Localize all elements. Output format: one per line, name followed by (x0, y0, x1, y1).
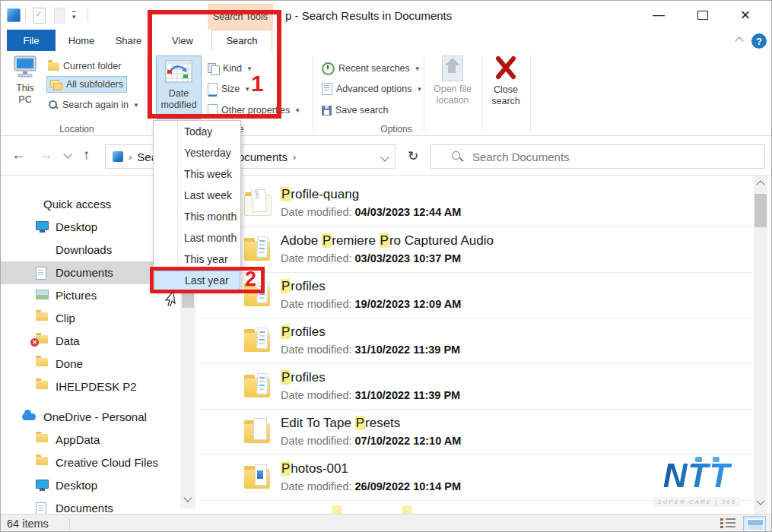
advanced-options-button[interactable]: Advanced options ▼ (322, 81, 422, 97)
file-date: Date modified: 07/10/2022 12:10 AM (281, 435, 461, 447)
search-highlight: P (281, 279, 291, 293)
sidebar-item-ihelpdesk-p2[interactable]: IHELPDESK P2 (1, 375, 180, 398)
sidebar-item-creative-cloud-files[interactable]: Creative Cloud Files (1, 451, 180, 474)
date-value: 19/02/2023 12:09 AM (355, 298, 462, 310)
sidebar-item-label: Documents (56, 502, 113, 515)
doc-icon (36, 267, 46, 280)
tab-file[interactable]: File (7, 30, 56, 51)
file-date: Date modified: 04/03/2023 12:44 AM (281, 206, 461, 218)
this-pc-button[interactable]: This PC (8, 55, 42, 121)
photo-variant-icon (255, 464, 267, 486)
scrollbar-thumb[interactable] (755, 194, 767, 227)
sidebar-item-data[interactable]: ✕Data (1, 330, 180, 353)
file-list-scrollbar[interactable] (754, 176, 767, 514)
maximize-button[interactable] (688, 5, 717, 25)
menu-item-last-week[interactable]: Last week (154, 185, 240, 207)
sidebar-item-clip[interactable]: Clip (1, 307, 180, 330)
folder-icon (36, 381, 48, 389)
folder-icon (244, 417, 272, 446)
folder-icon (36, 457, 48, 465)
thumbnail-view-icon[interactable] (743, 516, 766, 532)
tab-share[interactable]: Share (106, 30, 151, 51)
file-variant-icon (256, 373, 268, 395)
file-row[interactable]: Adobe Premiere Pro Captured AudioDate mo… (200, 226, 752, 273)
date-value: 26/09/2022 10:14 PM (355, 480, 461, 492)
folder-icon (48, 62, 59, 71)
menu-item-last-month[interactable]: Last month (154, 228, 240, 249)
sidebar-item-onedrive-personal[interactable]: OneDrive - Personal (1, 406, 180, 429)
new-folder-icon[interactable] (54, 8, 65, 24)
search-input[interactable]: Search Documents (430, 144, 765, 169)
main-area: Quick accessDesktopDownloadsDocumentsPic… (1, 176, 771, 514)
scrollbar-thumb[interactable] (182, 293, 194, 308)
ribbon: This PC Current folder All subfolders Se… (1, 51, 771, 136)
advanced-options-label: Advanced options (336, 84, 411, 94)
sidebar-item-label: Desktop (56, 220, 97, 233)
search-highlight: P (281, 325, 291, 339)
sidebar-item-label: Done (56, 357, 83, 370)
dropdown-arrow-icon: ▼ (133, 102, 139, 109)
customize-quick-access-icon[interactable]: ▾ (72, 11, 76, 21)
properties-icon[interactable] (33, 8, 46, 24)
file-name: Adobe Premiere Pro Captured Audio (281, 233, 494, 249)
file-date: Date modified: 31/10/2022 11:39 PM (281, 389, 460, 401)
sidebar-item-label: Desktop (56, 479, 97, 492)
cloud-icon (22, 413, 36, 420)
scroll-up-icon[interactable] (756, 180, 764, 188)
menu-item-this-week[interactable]: This week (154, 164, 240, 185)
sidebar-item-appdata[interactable]: AppData (1, 429, 180, 451)
forward-icon: → (39, 147, 53, 163)
close-button[interactable]: × (731, 5, 760, 25)
date-value: 04/03/2023 12:44 AM (355, 206, 462, 218)
sidebar-item-done[interactable]: Done (1, 353, 180, 375)
details-view-icon[interactable] (720, 518, 737, 530)
back-icon[interactable]: ← (11, 147, 26, 163)
open-file-location-label: Open file location (427, 84, 478, 106)
search-placeholder: Search Documents (472, 150, 570, 163)
date-prefix: Date modified: (281, 252, 355, 264)
menu-item-yesterday[interactable]: Yesterday (154, 143, 240, 164)
breadcrumb-bar[interactable]: › Search Results in Documents › (105, 144, 396, 169)
sidebar-item-label: Pictures (56, 289, 97, 302)
chevron-right-icon[interactable]: › (293, 151, 296, 163)
tab-home[interactable]: Home (59, 30, 104, 51)
collapse-ribbon-icon[interactable] (733, 34, 745, 46)
file-row[interactable]: ProfilesDate modified: 31/10/2022 11:39 … (200, 318, 752, 364)
sidebar-item-label: Downloads (56, 243, 112, 256)
scroll-down-icon[interactable] (185, 495, 191, 501)
items-count: 64 items (7, 518, 49, 530)
refresh-icon[interactable]: ↻ (402, 146, 424, 167)
recent-searches-icon (322, 62, 335, 75)
save-search-button[interactable]: Save search (322, 103, 388, 118)
file-row[interactable]: ProfilesDate modified: 19/02/2023 12:09 … (200, 272, 752, 318)
file-row[interactable]: ProfilesDate modified: 31/10/2022 11:39 … (200, 363, 752, 410)
close-search-button[interactable]: Close search (484, 55, 527, 121)
recent-locations-icon[interactable] (65, 151, 71, 157)
menu-item-this-month[interactable]: This month (154, 207, 240, 228)
date-value: 31/10/2022 11:39 PM (355, 389, 461, 401)
advanced-options-icon (322, 83, 332, 95)
folder-error-icon: ✕ (36, 335, 48, 344)
explorer-window: ▾ Search Tools p - Search Results in Doc… (0, 0, 772, 532)
file-row[interactable]: Edit To Tape PresetsDate modified: 07/10… (200, 409, 752, 455)
current-folder-button[interactable]: Current folder (48, 59, 121, 74)
file-name: Edit To Tape Presets (281, 416, 400, 431)
date-modified-menu: TodayYesterdayThis weekLast weekThis mon… (153, 120, 241, 290)
minimize-button[interactable]: — (644, 5, 673, 25)
file-row[interactable]: Profile-quangDate modified: 04/03/2023 1… (200, 181, 752, 226)
recent-searches-button[interactable]: Recent searches ▼ (322, 61, 421, 76)
address-dropdown-icon[interactable] (382, 154, 388, 160)
sync-error-icon: ✕ (30, 338, 39, 347)
all-subfolders-button[interactable]: All subfolders (46, 76, 127, 93)
search-again-button[interactable]: Search again in ▼ (48, 97, 139, 112)
menu-item-today[interactable]: Today (154, 122, 240, 143)
search-results-icon (113, 151, 123, 162)
doc-variant-icon (253, 418, 267, 440)
up-icon[interactable]: ↑ (83, 147, 91, 163)
sidebar-item-desktop[interactable]: Desktop (1, 474, 180, 497)
save-search-icon (322, 106, 332, 116)
help-icon[interactable]: ? (751, 33, 767, 49)
folder-icon (244, 188, 272, 217)
scroll-down-icon[interactable] (758, 498, 764, 504)
file-date: Date modified: 26/09/2022 10:14 PM (281, 480, 461, 492)
